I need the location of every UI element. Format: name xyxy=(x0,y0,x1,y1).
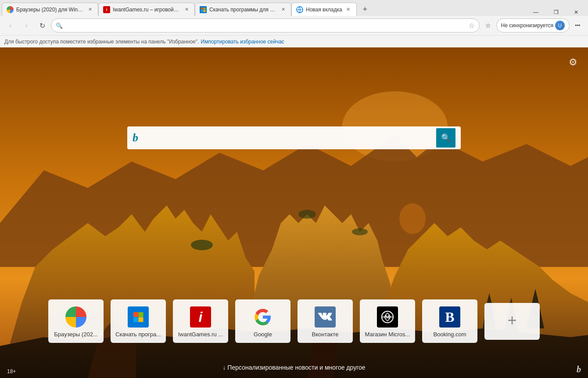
tab-close-browsers[interactable]: ✕ xyxy=(86,6,93,13)
quick-link-microsoft[interactable]: M Магазин Micros... xyxy=(360,299,415,343)
tab-title-iwant: IwantGames.ru – игровой порт... xyxy=(113,7,180,13)
nav-right-controls: ☆ Не синхронизируется U ··· xyxy=(481,18,584,32)
favorites-star-icon[interactable]: ☆ xyxy=(469,22,475,30)
tab-iwant[interactable]: i IwantGames.ru – игровой порт... ✕ xyxy=(98,3,195,16)
quick-link-download-label: Скачать програ... xyxy=(115,331,161,338)
tab-download[interactable]: Скачать программы для Windo... ✕ xyxy=(195,3,291,16)
refresh-button[interactable]: ↻ xyxy=(35,18,49,32)
svg-rect-0 xyxy=(201,7,203,10)
svg-rect-2 xyxy=(201,10,203,12)
tab-newtab[interactable]: Новая вкладка ✕ xyxy=(291,3,357,16)
svg-point-20 xyxy=(298,210,316,219)
quick-links-bar: Браузеры (202... Скачать програ... xyxy=(48,299,540,343)
favorites-bar: Для быстрого доступа поместите избранные… xyxy=(0,35,588,47)
tab-close-download[interactable]: ✕ xyxy=(280,6,287,13)
search-container: b 🔍 xyxy=(127,126,461,149)
profile-button[interactable]: Не синхронизируется U xyxy=(496,18,570,32)
iwant-icon: i xyxy=(190,306,211,328)
quick-link-google-label: Google xyxy=(254,331,272,338)
navigation-bar: ‹ › ↻ 🔍 ☆ ☆ Не синхронизируется U ··· xyxy=(0,16,588,35)
quick-link-download[interactable]: Скачать програ... xyxy=(111,299,166,343)
tab-browsers[interactable]: Браузеры (2020) для Windows ... ✕ xyxy=(2,3,98,16)
tab-favicon-newtab xyxy=(296,6,303,13)
address-search-icon: 🔍 xyxy=(56,22,63,29)
tab-favicon-browsers xyxy=(7,6,14,13)
vk-icon xyxy=(315,306,336,328)
tab-favicon-iwant: i xyxy=(103,6,110,13)
svg-text:M: M xyxy=(385,314,390,320)
google-icon xyxy=(252,306,273,328)
svg-point-19 xyxy=(191,240,213,250)
svg-rect-23 xyxy=(139,312,143,317)
forward-button[interactable]: › xyxy=(19,18,33,32)
quick-link-iwant-label: IwantGames.ru ... xyxy=(178,331,223,338)
svg-point-18 xyxy=(399,203,426,234)
favorites-bar-text: Для быстрого доступа поместите избранные… xyxy=(4,39,199,45)
download-icon xyxy=(128,306,149,328)
quick-link-google[interactable]: Google xyxy=(235,299,290,343)
tab-favicon-download xyxy=(200,6,207,13)
quick-link-iwant[interactable]: i IwantGames.ru ... xyxy=(173,299,228,343)
tab-title-download: Скачать программы для Windo... xyxy=(209,7,277,13)
browser-window: Браузеры (2020) для Windows ... ✕ i Iwan… xyxy=(0,0,588,378)
tab-close-iwant[interactable]: ✕ xyxy=(183,6,190,13)
address-bar[interactable]: 🔍 ☆ xyxy=(51,18,480,32)
tab-title-browsers: Браузеры (2020) для Windows ... xyxy=(16,7,84,13)
age-badge: 18+ xyxy=(7,368,16,374)
import-favorites-link[interactable]: Импортировать избранное сейчас xyxy=(201,39,284,45)
quick-link-add[interactable]: + xyxy=(484,303,540,340)
bing-logo: b xyxy=(133,131,138,144)
profile-label: Не синхронизируется xyxy=(501,22,553,29)
tab-close-newtab[interactable]: ✕ xyxy=(345,6,352,13)
svg-rect-1 xyxy=(204,7,206,10)
new-tab-page: ⚙ b 🔍 Браузеры (202... xyxy=(0,47,588,378)
back-button[interactable]: ‹ xyxy=(4,18,18,32)
news-bar-text: ↓ Персонализированные новости и многое д… xyxy=(222,364,365,371)
new-tab-button[interactable]: + xyxy=(359,3,372,16)
search-icon: 🔍 xyxy=(441,133,451,143)
collections-button[interactable]: ☆ xyxy=(481,18,495,32)
search-button[interactable]: 🔍 xyxy=(436,128,455,148)
settings-button[interactable]: ⚙ xyxy=(565,54,581,70)
quick-link-booking-label: Booking.com xyxy=(433,331,466,338)
search-box: b 🔍 xyxy=(127,126,461,149)
search-input[interactable] xyxy=(141,134,433,142)
microsoft-icon: M xyxy=(377,306,398,328)
quick-link-browsers-label: Браузеры (202... xyxy=(54,331,97,338)
gear-icon: ⚙ xyxy=(569,57,577,68)
profile-avatar: U xyxy=(555,21,565,30)
svg-point-21 xyxy=(352,228,368,235)
booking-icon: B xyxy=(439,306,460,328)
quick-link-vk-label: Вконтакте xyxy=(312,331,339,338)
svg-rect-24 xyxy=(133,317,138,322)
tab-bar-row: Браузеры (2020) для Windows ... ✕ i Iwan… xyxy=(0,0,588,16)
svg-rect-25 xyxy=(139,317,143,322)
tab-title-newtab: Новая вкладка xyxy=(306,7,342,13)
news-bar[interactable]: ↓ Персонализированные новости и многое д… xyxy=(222,364,365,371)
browsers-icon xyxy=(65,306,86,328)
quick-link-vk[interactable]: Вконтакте xyxy=(298,299,353,343)
bing-watermark: b xyxy=(577,364,581,374)
quick-link-booking[interactable]: B Booking.com xyxy=(422,299,477,343)
add-icon: + xyxy=(502,310,523,331)
svg-rect-22 xyxy=(133,312,138,317)
svg-rect-3 xyxy=(204,10,206,12)
address-input[interactable] xyxy=(65,22,466,29)
tab-spacer xyxy=(372,3,526,16)
quick-link-browsers[interactable]: Браузеры (202... xyxy=(48,299,104,343)
quick-link-microsoft-label: Магазин Micros... xyxy=(365,331,410,338)
menu-button[interactable]: ··· xyxy=(570,18,584,32)
